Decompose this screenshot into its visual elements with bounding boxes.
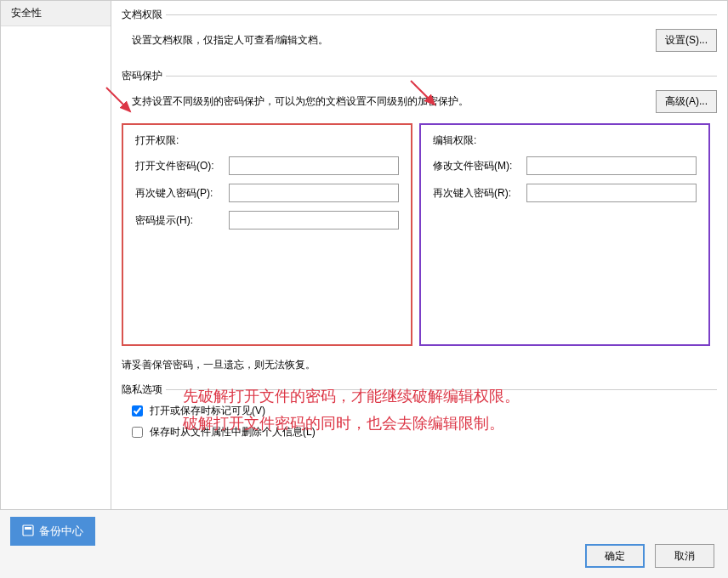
open-repassword-input[interactable] (229, 184, 399, 202)
password-warning-note: 请妥善保管密码，一旦遗忘，则无法恢复。 (122, 358, 717, 372)
svg-rect-0 (23, 525, 33, 536)
edit-permission-title: 编辑权限: (433, 133, 697, 148)
password-protect-section: 密码保护 支持设置不同级别的密码保护，可以为您的文档设置不同级别的加密保护。 高… (122, 69, 717, 372)
open-repassword-label: 再次键入密码(P): (135, 186, 229, 201)
modify-repassword-input[interactable] (526, 184, 697, 202)
svg-rect-1 (25, 527, 31, 530)
backup-center-button[interactable]: 备份中心 (10, 517, 95, 546)
open-permission-title: 打开权限: (135, 133, 399, 148)
remove-info-checkbox[interactable] (132, 427, 143, 438)
ok-button[interactable]: 确定 (585, 544, 645, 568)
modify-password-label: 修改文件密码(M): (433, 159, 526, 173)
password-protect-legend: 密码保护 (122, 69, 162, 83)
advanced-button[interactable]: 高级(A)... (656, 90, 717, 113)
doc-permission-section: 文档权限 设置文档权限，仅指定人可查看/编辑文档。 设置(S)... (122, 8, 717, 59)
sidebar-item-security[interactable]: 安全性 (1, 1, 111, 26)
annotation-text: 先破解打开文件的密码，才能继续破解编辑权限。 破解打开文件密码的同时，也会去除编… (183, 382, 520, 438)
doc-permission-desc: 设置文档权限，仅指定人可查看/编辑文档。 (132, 33, 328, 48)
password-protect-desc: 支持设置不同级别的密码保护，可以为您的文档设置不同级别的加密保护。 (132, 94, 469, 109)
open-password-input[interactable] (229, 156, 399, 175)
annotation-line1: 先破解打开文件的密码，才能继续破解编辑权限。 (183, 382, 520, 410)
edit-permission-box: 编辑权限: 修改文件密码(M): 再次键入密码(R): (419, 123, 710, 346)
mark-visible-checkbox[interactable] (132, 405, 143, 416)
password-hint-label: 密码提示(H): (135, 213, 229, 228)
open-permission-box: 打开权限: 打开文件密码(O): 再次键入密码(P): 密码提示(H): (122, 123, 412, 346)
backup-icon (22, 524, 34, 539)
modify-password-input[interactable] (526, 156, 697, 175)
open-password-label: 打开文件密码(O): (135, 159, 229, 173)
password-hint-input[interactable] (229, 211, 399, 230)
modify-repassword-label: 再次键入密码(R): (433, 186, 526, 201)
sidebar: 安全性 (1, 1, 111, 509)
doc-permission-legend: 文档权限 (122, 8, 162, 22)
annotation-line2: 破解打开文件密码的同时，也会去除编辑限制。 (183, 410, 520, 437)
settings-button[interactable]: 设置(S)... (656, 29, 717, 52)
privacy-legend: 隐私选项 (122, 382, 162, 397)
backup-center-label: 备份中心 (39, 524, 83, 539)
cancel-button[interactable]: 取消 (655, 544, 714, 568)
